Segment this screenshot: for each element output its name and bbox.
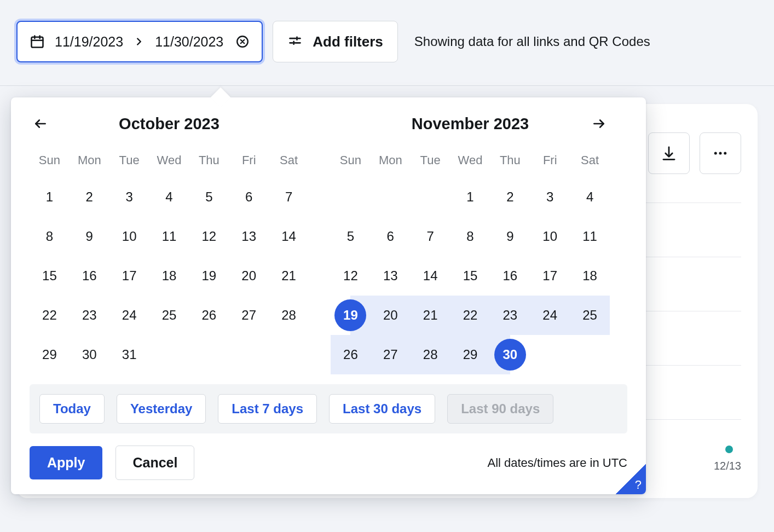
- add-filters-button[interactable]: Add filters: [273, 21, 398, 62]
- filter-toolbar: 11/19/2023 11/30/2023 Add filters Showin…: [0, 0, 774, 86]
- calendar-day[interactable]: 5: [189, 177, 229, 217]
- calendar-day[interactable]: 19: [331, 296, 371, 335]
- calendar-day[interactable]: 9: [70, 217, 109, 256]
- calendar-day[interactable]: 7: [269, 177, 309, 217]
- calendar-day[interactable]: 27: [371, 335, 411, 374]
- calendar-day[interactable]: 19: [189, 256, 229, 296]
- calendar-day[interactable]: 30: [70, 335, 109, 374]
- calendar-day[interactable]: 1: [450, 177, 490, 217]
- calendar-day[interactable]: 3: [530, 177, 570, 217]
- next-month-button[interactable]: [588, 113, 610, 135]
- calendar-day[interactable]: 31: [109, 335, 149, 374]
- calendar-day[interactable]: 25: [570, 296, 610, 335]
- calendar-day[interactable]: 22: [30, 296, 70, 335]
- date-presets: TodayYesterdayLast 7 daysLast 30 daysLas…: [30, 384, 627, 433]
- calendar-day[interactable]: 12: [331, 256, 371, 296]
- calendar-day[interactable]: 18: [149, 256, 189, 296]
- calendar-day[interactable]: 6: [371, 217, 411, 256]
- preset-today[interactable]: Today: [39, 394, 105, 424]
- calendar-day[interactable]: 20: [371, 296, 411, 335]
- filter-scope-text: Showing data for all links and QR Codes: [414, 34, 650, 49]
- calendar-day[interactable]: 23: [70, 296, 109, 335]
- calendar-day[interactable]: 25: [149, 296, 189, 335]
- calendar-day[interactable]: 16: [490, 256, 530, 296]
- calendar-day[interactable]: 6: [229, 177, 269, 217]
- calendar-day[interactable]: 7: [411, 217, 450, 256]
- calendar-day[interactable]: 28: [269, 296, 309, 335]
- clear-date-range-icon[interactable]: [235, 34, 250, 49]
- calendar-day[interactable]: 13: [229, 217, 269, 256]
- calendar-day[interactable]: 22: [450, 296, 490, 335]
- date-range-start: 11/19/2023: [55, 34, 123, 50]
- calendar-day[interactable]: 8: [450, 217, 490, 256]
- calendar-day[interactable]: 26: [331, 335, 371, 374]
- calendar-day[interactable]: 4: [570, 177, 610, 217]
- preset-last-7-days[interactable]: Last 7 days: [218, 394, 317, 424]
- date-range-trigger[interactable]: 11/19/2023 11/30/2023: [16, 21, 263, 62]
- sliders-icon: [287, 34, 303, 49]
- calendar-day-empty: [411, 177, 450, 217]
- calendar-day[interactable]: 11: [570, 217, 610, 256]
- calendar-day-empty: [149, 335, 189, 374]
- calendar-day[interactable]: 14: [411, 256, 450, 296]
- download-button[interactable]: [648, 132, 690, 174]
- calendar-day[interactable]: 1: [30, 177, 70, 217]
- chart-data-point: [725, 446, 733, 453]
- weekday-header: Fri: [530, 149, 570, 172]
- chevron-right-icon: [133, 36, 145, 48]
- weekday-header: Thu: [490, 149, 530, 172]
- calendar-day[interactable]: 10: [530, 217, 570, 256]
- calendar-day[interactable]: 17: [109, 256, 149, 296]
- more-actions-button[interactable]: [700, 132, 741, 174]
- calendar-day[interactable]: 12: [189, 217, 229, 256]
- arrow-left-icon: [33, 117, 48, 131]
- calendar-day[interactable]: 15: [30, 256, 70, 296]
- calendar-day[interactable]: 9: [490, 217, 530, 256]
- calendar-week: 1234: [331, 177, 610, 217]
- calendar-day[interactable]: 21: [411, 296, 450, 335]
- calendar-day[interactable]: 23: [490, 296, 530, 335]
- calendar-day[interactable]: 11: [149, 217, 189, 256]
- calendar-day[interactable]: 20: [229, 256, 269, 296]
- prev-month-button[interactable]: [30, 113, 51, 135]
- cancel-button[interactable]: Cancel: [115, 446, 194, 480]
- calendar-day[interactable]: 29: [450, 335, 490, 374]
- calendar-day-empty: [570, 335, 610, 374]
- calendar-day-empty: [189, 335, 229, 374]
- calendar-day[interactable]: 16: [70, 256, 109, 296]
- calendar-day[interactable]: 4: [149, 177, 189, 217]
- calendar-day[interactable]: 27: [229, 296, 269, 335]
- calendar-month: October 2023SunMonTueWedThuFriSat1234567…: [30, 113, 309, 374]
- calendar-day[interactable]: 29: [30, 335, 70, 374]
- calendar-day[interactable]: 8: [30, 217, 70, 256]
- calendar-week: 15161718192021: [30, 256, 309, 296]
- weekday-header: Sat: [269, 149, 309, 172]
- calendar-week: 19202122232425: [331, 296, 610, 335]
- calendar-day[interactable]: 13: [371, 256, 411, 296]
- calendar-day[interactable]: 10: [109, 217, 149, 256]
- calendar-day[interactable]: 30: [490, 335, 530, 374]
- calendar-day[interactable]: 2: [70, 177, 109, 217]
- calendar-week: 2627282930: [331, 335, 610, 374]
- calendar-day[interactable]: 26: [189, 296, 229, 335]
- help-corner[interactable]: ?: [615, 464, 646, 494]
- calendar-day[interactable]: 24: [109, 296, 149, 335]
- chart-x-tick: 12/13: [714, 460, 741, 472]
- calendar-day[interactable]: 3: [109, 177, 149, 217]
- calendar-day[interactable]: 2: [490, 177, 530, 217]
- calendar-day[interactable]: 18: [570, 256, 610, 296]
- calendar-day-empty: [371, 177, 411, 217]
- calendar-day[interactable]: 21: [269, 256, 309, 296]
- calendar-weeks: 1234567891011121314151617181920212223242…: [30, 177, 309, 374]
- preset-last-90-days: Last 90 days: [447, 394, 553, 424]
- calendar-day[interactable]: 17: [530, 256, 570, 296]
- apply-button[interactable]: Apply: [30, 446, 102, 479]
- calendar-day[interactable]: 28: [411, 335, 450, 374]
- calendar-day[interactable]: 14: [269, 217, 309, 256]
- calendar-day[interactable]: 24: [530, 296, 570, 335]
- preset-yesterday[interactable]: Yesterday: [117, 394, 206, 424]
- calendar-day[interactable]: 5: [331, 217, 371, 256]
- calendar-day[interactable]: 15: [450, 256, 490, 296]
- preset-last-30-days[interactable]: Last 30 days: [329, 394, 435, 424]
- calendar-month: November 2023SunMonTueWedThuFriSat123456…: [331, 113, 610, 374]
